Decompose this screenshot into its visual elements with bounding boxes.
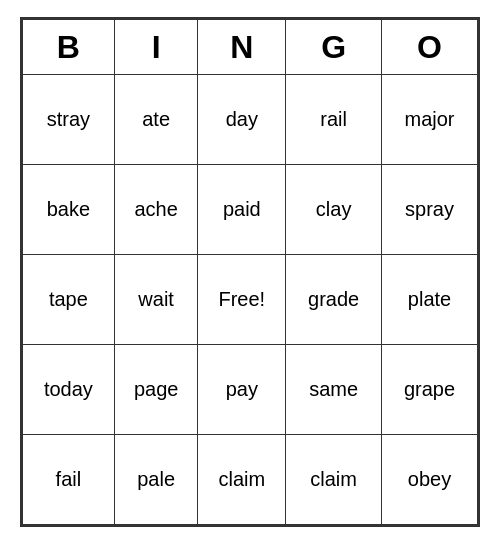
table-cell: day xyxy=(198,75,286,165)
table-row: failpaleclaimclaimobey xyxy=(23,435,478,525)
table-row: tapewaitFree!gradeplate xyxy=(23,255,478,345)
table-cell: Free! xyxy=(198,255,286,345)
table-cell: tape xyxy=(23,255,115,345)
table-cell: claim xyxy=(286,435,382,525)
table-cell: obey xyxy=(382,435,478,525)
bingo-card: B I N G O strayatedayrailmajorbakeachepa… xyxy=(20,17,480,527)
table-cell: spray xyxy=(382,165,478,255)
table-cell: grape xyxy=(382,345,478,435)
table-cell: pale xyxy=(114,435,198,525)
table-cell: rail xyxy=(286,75,382,165)
table-row: bakeachepaidclayspray xyxy=(23,165,478,255)
header-o: O xyxy=(382,20,478,75)
table-cell: claim xyxy=(198,435,286,525)
table-cell: pay xyxy=(198,345,286,435)
table-cell: ate xyxy=(114,75,198,165)
table-cell: paid xyxy=(198,165,286,255)
header-i: I xyxy=(114,20,198,75)
table-cell: today xyxy=(23,345,115,435)
table-cell: grade xyxy=(286,255,382,345)
table-cell: major xyxy=(382,75,478,165)
header-g: G xyxy=(286,20,382,75)
table-cell: bake xyxy=(23,165,115,255)
header-b: B xyxy=(23,20,115,75)
bingo-body: strayatedayrailmajorbakeachepaidclayspra… xyxy=(23,75,478,525)
table-cell: fail xyxy=(23,435,115,525)
table-cell: clay xyxy=(286,165,382,255)
table-cell: plate xyxy=(382,255,478,345)
bingo-table: B I N G O strayatedayrailmajorbakeachepa… xyxy=(22,19,478,525)
table-cell: same xyxy=(286,345,382,435)
table-cell: ache xyxy=(114,165,198,255)
table-row: strayatedayrailmajor xyxy=(23,75,478,165)
table-cell: page xyxy=(114,345,198,435)
header-row: B I N G O xyxy=(23,20,478,75)
table-cell: stray xyxy=(23,75,115,165)
header-n: N xyxy=(198,20,286,75)
table-cell: wait xyxy=(114,255,198,345)
table-row: todaypagepaysamegrape xyxy=(23,345,478,435)
